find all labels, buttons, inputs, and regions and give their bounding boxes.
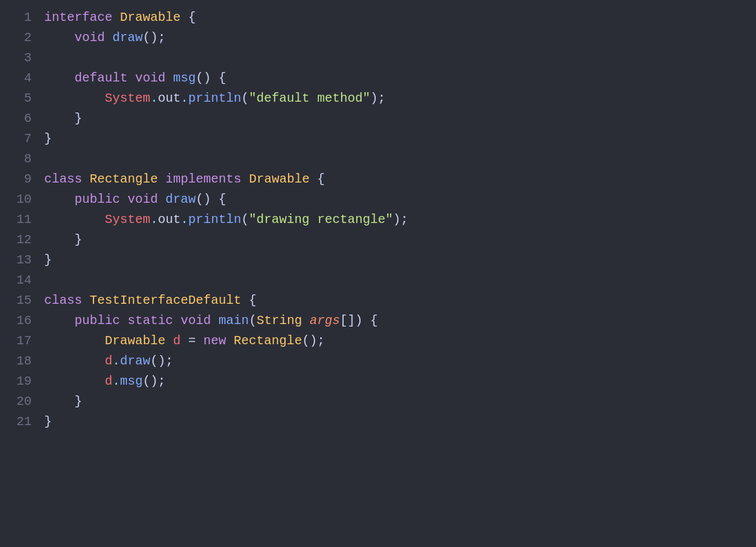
token-method-name: println [188, 91, 241, 105]
code-line: class Rectangle implements Drawable { [44, 169, 743, 189]
token-method-name: draw [112, 30, 143, 45]
token-system: System [105, 212, 150, 227]
token-normal: { [181, 10, 196, 25]
token-kw-default: default [75, 71, 128, 85]
token-kw-class: class [44, 172, 82, 186]
token-punctuation: . [112, 374, 120, 388]
token-normal [241, 172, 249, 186]
token-class-name: Drawable [249, 172, 309, 186]
line-number: 18 [13, 351, 32, 371]
token-class-name: TestInterfaceDefault [90, 293, 241, 308]
line-number: 3 [13, 48, 32, 68]
token-normal: out [158, 212, 181, 227]
token-class-name: Drawable [120, 10, 181, 25]
token-normal [44, 91, 105, 105]
line-number: 14 [13, 270, 32, 291]
token-normal [158, 192, 165, 207]
token-normal [44, 192, 75, 207]
token-method-name: draw [120, 354, 150, 368]
code-line: } [44, 129, 743, 149]
token-kw-public: public [75, 192, 120, 207]
code-line: } [44, 109, 743, 129]
token-normal: } [44, 111, 82, 126]
token-normal: } [44, 414, 52, 429]
code-line: } [44, 250, 743, 270]
token-normal [44, 374, 105, 388]
token-method-name: msg [120, 374, 143, 388]
token-normal: (); [150, 354, 173, 368]
token-normal [158, 172, 165, 186]
token-normal: { [241, 293, 256, 308]
token-normal [120, 313, 128, 328]
line-number: 9 [13, 169, 32, 189]
code-line: Drawable d = new Rectangle(); [44, 331, 743, 351]
token-kw-new: new [203, 334, 226, 348]
line-number: 20 [13, 392, 32, 412]
token-normal: { [309, 172, 325, 186]
token-normal [211, 313, 219, 328]
line-number: 4 [13, 68, 32, 88]
token-normal [44, 71, 75, 85]
token-normal: } [44, 394, 82, 409]
token-system: d [105, 354, 112, 368]
token-normal: (); [143, 30, 165, 45]
line-number: 5 [13, 88, 32, 109]
token-punctuation: . [150, 91, 158, 105]
line-number: 17 [13, 331, 32, 351]
token-class-name: String [256, 313, 302, 328]
code-content: interface Drawable { void draw(); defaul… [44, 8, 756, 432]
token-normal [302, 313, 309, 328]
token-normal: ); [393, 212, 408, 227]
line-number: 1 [13, 8, 32, 28]
code-line: class TestInterfaceDefault { [44, 291, 743, 311]
token-normal [44, 30, 75, 45]
token-class-name: Drawable [105, 334, 165, 348]
token-normal [44, 313, 75, 328]
token-normal: []) { [340, 313, 378, 328]
token-normal: out [158, 91, 181, 105]
line-number: 12 [13, 230, 32, 250]
token-normal: () { [196, 192, 226, 207]
token-method-name: msg [173, 71, 196, 85]
token-method-name: main [219, 313, 249, 328]
token-kw-void: void [75, 30, 105, 45]
code-line: public static void main(String args[]) { [44, 311, 743, 331]
line-number: 21 [13, 412, 32, 432]
code-line: System.out.println("drawing rectangle"); [44, 210, 743, 230]
line-number: 10 [13, 189, 32, 210]
token-kw-implements: implements [165, 172, 241, 186]
line-number: 13 [13, 250, 32, 270]
token-string: "default method" [249, 91, 370, 105]
token-normal: ( [249, 313, 256, 328]
token-normal [165, 334, 173, 348]
token-punctuation: . [181, 212, 188, 227]
code-line: } [44, 230, 743, 250]
token-normal: } [44, 253, 52, 267]
code-line: public void draw() { [44, 189, 743, 210]
token-normal [44, 334, 105, 348]
token-string: "drawing rectangle" [249, 212, 393, 227]
code-line [44, 149, 743, 169]
token-kw-interface: interface [44, 10, 112, 25]
token-normal: ( [241, 212, 249, 227]
token-normal [82, 172, 90, 186]
token-normal [105, 30, 112, 45]
code-line: default void msg() { [44, 68, 743, 88]
line-number: 11 [13, 210, 32, 230]
token-normal [44, 212, 105, 227]
line-number: 16 [13, 311, 32, 331]
token-normal [165, 71, 173, 85]
code-line: d.draw(); [44, 351, 743, 371]
code-editor: 123456789101112131415161718192021 interf… [0, 0, 756, 440]
token-normal [44, 354, 105, 368]
token-normal [173, 313, 181, 328]
token-kw-void: void [128, 192, 158, 207]
token-kw-static: static [128, 313, 173, 328]
line-number: 8 [13, 149, 32, 169]
token-normal [128, 71, 135, 85]
line-number: 19 [13, 371, 32, 392]
token-normal: (); [302, 334, 325, 348]
token-kw-void: void [181, 313, 211, 328]
token-system: System [105, 91, 150, 105]
line-number: 6 [13, 109, 32, 129]
